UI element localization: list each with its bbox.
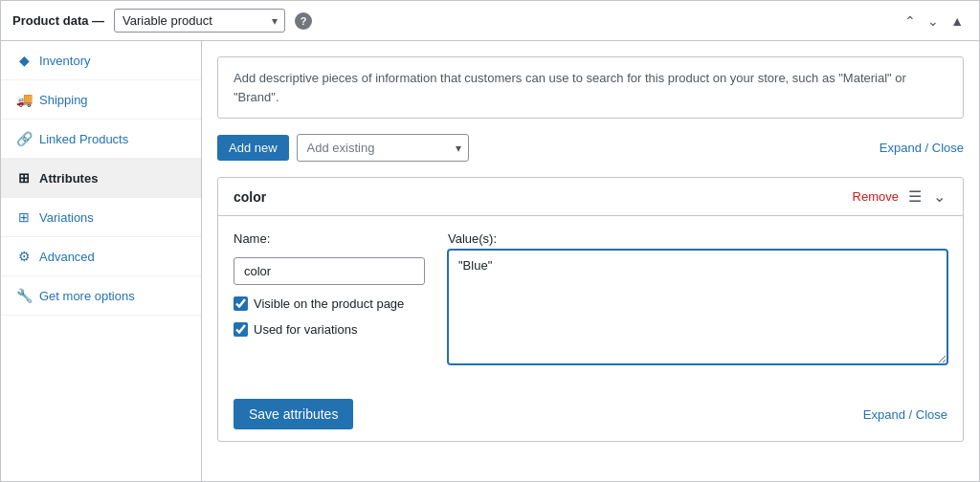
sidebar-advanced-label: Advanced: [39, 250, 95, 264]
header-controls: ⌃ ⌄ ▲: [901, 11, 968, 31]
truck-icon: 🚚: [16, 92, 32, 107]
sidebar-item-get-more-options[interactable]: 🔧 Get more options: [1, 276, 201, 316]
variations-icon: ⊞: [16, 209, 32, 225]
expand-button[interactable]: ▲: [947, 11, 968, 31]
visible-checkbox[interactable]: [234, 296, 248, 311]
attribute-body: Name: Visible on the product page Used f…: [218, 216, 963, 380]
add-existing-wrapper: Add existing: [297, 134, 469, 162]
attribute-header-icons: ☰ ⌄: [906, 187, 947, 206]
sidebar-attributes-label: Attributes: [39, 171, 98, 186]
product-data-header: Product data — Variable product Simple p…: [1, 1, 979, 41]
sidebar-inventory-label: Inventory: [39, 54, 90, 68]
sidebar: ◆ Inventory 🚚 Shipping 🔗 Linked Products…: [1, 41, 202, 481]
reorder-icon[interactable]: ☰: [906, 187, 924, 206]
attribute-name-input[interactable]: [234, 257, 425, 285]
attributes-toolbar: Add new Add existing Expand / Close: [217, 134, 964, 162]
collapse-up-button[interactable]: ⌃: [901, 11, 920, 31]
variations-checkbox[interactable]: [234, 322, 248, 337]
product-data-panel: Product data — Variable product Simple p…: [0, 0, 980, 482]
sidebar-variations-label: Variations: [39, 210, 94, 225]
variations-label: Used for variations: [254, 322, 357, 337]
sidebar-linked-label: Linked Products: [39, 132, 128, 146]
grid-icon: ⊞: [16, 170, 32, 186]
attribute-name-heading: color: [234, 189, 853, 205]
visible-checkbox-row[interactable]: Visible on the product page: [234, 296, 425, 311]
sidebar-more-options-label: Get more options: [39, 289, 135, 303]
product-data-body: ◆ Inventory 🚚 Shipping 🔗 Linked Products…: [1, 41, 979, 481]
sidebar-item-variations[interactable]: ⊞ Variations: [1, 198, 201, 237]
attribute-right: Value(s): "Blue": [448, 231, 947, 364]
expand-close-bottom[interactable]: Expand / Close: [863, 407, 947, 422]
product-data-title: Product data —: [12, 13, 104, 28]
attribute-header: color Remove ☰ ⌄: [218, 178, 963, 216]
gear-icon: ⚙: [16, 249, 32, 264]
diamond-icon: ◆: [16, 53, 32, 68]
main-content: Add descriptive pieces of information th…: [202, 41, 979, 481]
link-icon: 🔗: [16, 131, 32, 146]
sidebar-item-linked-products[interactable]: 🔗 Linked Products: [1, 120, 201, 159]
info-box: Add descriptive pieces of information th…: [217, 56, 964, 119]
collapse-down-button[interactable]: ⌄: [924, 11, 943, 31]
attribute-footer: Save attributes Expand / Close: [218, 387, 963, 441]
save-attributes-button[interactable]: Save attributes: [234, 399, 353, 429]
info-text: Add descriptive pieces of information th…: [234, 71, 906, 104]
product-type-select[interactable]: Variable product Simple product Grouped …: [114, 9, 285, 33]
sidebar-item-advanced[interactable]: ⚙ Advanced: [1, 237, 201, 276]
chevron-down-icon[interactable]: ⌄: [931, 187, 947, 206]
visible-label: Visible on the product page: [254, 296, 404, 311]
sidebar-item-shipping[interactable]: 🚚 Shipping: [1, 80, 201, 120]
variations-checkbox-row[interactable]: Used for variations: [234, 322, 425, 337]
wrench-icon: 🔧: [16, 288, 32, 303]
add-new-button[interactable]: Add new: [217, 135, 289, 161]
attribute-left: Name: Visible on the product page Used f…: [234, 231, 425, 364]
name-field-label: Name:: [234, 231, 425, 246]
values-field-label: Value(s):: [448, 231, 947, 246]
sidebar-item-attributes[interactable]: ⊞ Attributes: [1, 159, 201, 198]
add-existing-select[interactable]: Add existing: [297, 134, 469, 162]
product-type-wrapper: Variable product Simple product Grouped …: [114, 9, 285, 33]
remove-attribute-button[interactable]: Remove: [853, 189, 899, 204]
help-icon[interactable]: ?: [295, 12, 312, 30]
sidebar-shipping-label: Shipping: [39, 93, 88, 107]
sidebar-item-inventory[interactable]: ◆ Inventory: [1, 41, 201, 80]
attribute-values-textarea[interactable]: "Blue": [448, 250, 947, 364]
expand-close-top[interactable]: Expand / Close: [880, 141, 964, 155]
attribute-panel: color Remove ☰ ⌄ Name: Visible on the pr…: [217, 177, 964, 442]
